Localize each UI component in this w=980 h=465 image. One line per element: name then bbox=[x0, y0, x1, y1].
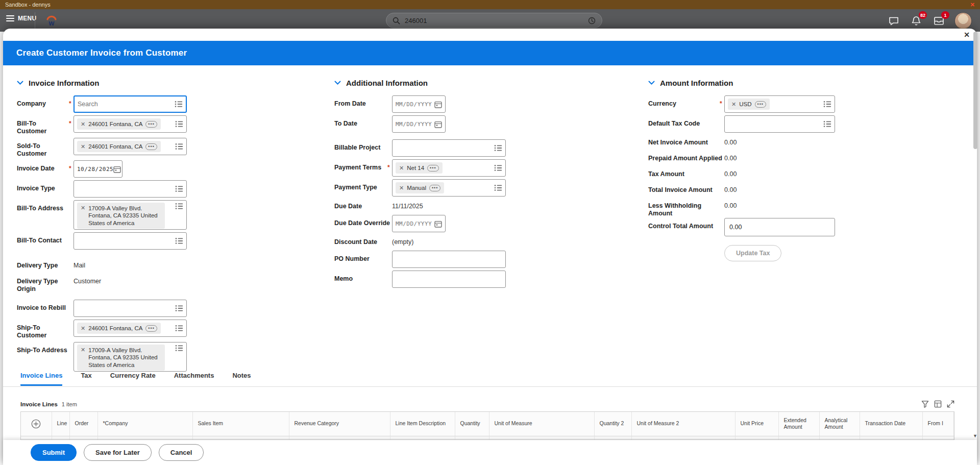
tab-tax[interactable]: Tax bbox=[81, 372, 91, 386]
prompt-list-icon[interactable] bbox=[175, 143, 183, 150]
calendar-icon[interactable] bbox=[113, 165, 121, 173]
default-tax-code-input[interactable] bbox=[724, 115, 835, 133]
related-actions-icon[interactable]: ••• bbox=[427, 165, 438, 172]
column-header[interactable]: Quantity 2 bbox=[594, 412, 631, 436]
prompt-list-icon[interactable] bbox=[494, 164, 502, 172]
remove-icon[interactable]: ✕ bbox=[81, 347, 85, 353]
column-header[interactable]: Line Item Description bbox=[390, 412, 455, 436]
global-search-input[interactable]: 246001 bbox=[386, 13, 602, 28]
bill-to-contact-input[interactable] bbox=[74, 232, 187, 250]
related-actions-icon[interactable]: ••• bbox=[145, 121, 157, 128]
prompt-list-icon[interactable] bbox=[823, 101, 831, 108]
update-tax-button[interactable]: Update Tax bbox=[724, 245, 781, 261]
calendar-icon[interactable] bbox=[434, 101, 442, 108]
remove-icon[interactable]: ✕ bbox=[81, 121, 85, 127]
remove-icon[interactable]: ✕ bbox=[399, 165, 404, 171]
chat-button[interactable] bbox=[887, 14, 900, 28]
related-actions-icon[interactable]: ••• bbox=[145, 143, 157, 150]
column-header[interactable]: Unit Price bbox=[735, 412, 778, 436]
ship-to-customer-input[interactable]: ✕246001 Fontana, CA••• bbox=[74, 320, 187, 337]
ship-to-address-input[interactable]: ✕17009-A Valley Blvd. Fontana, CA 92335 … bbox=[74, 342, 187, 372]
column-header[interactable]: Sales Item bbox=[192, 412, 289, 436]
prompt-list-icon[interactable] bbox=[175, 203, 183, 210]
related-actions-icon[interactable]: ••• bbox=[429, 185, 440, 191]
remove-icon[interactable]: ✕ bbox=[81, 205, 85, 211]
column-header[interactable]: *Company bbox=[97, 412, 192, 436]
vertical-scrollbar[interactable]: ▼ bbox=[973, 31, 978, 465]
to-date-input[interactable]: MM/DD/YYYY bbox=[392, 115, 446, 133]
scrollbar-down-arrow[interactable]: ▼ bbox=[973, 433, 977, 438]
sold-to-customer-input[interactable]: ✕246001 Fontana, CA••• bbox=[74, 138, 187, 155]
prompt-list-icon[interactable] bbox=[175, 325, 183, 332]
prompt-list-icon[interactable] bbox=[494, 184, 502, 191]
column-header[interactable]: Line bbox=[52, 412, 69, 436]
scrollbar-thumb[interactable] bbox=[973, 32, 977, 149]
column-header[interactable]: Quantity bbox=[455, 412, 489, 436]
tab-attachments[interactable]: Attachments bbox=[174, 372, 214, 386]
currency-input[interactable]: ✕USD••• bbox=[724, 95, 835, 113]
tab-currency-rate[interactable]: Currency Rate bbox=[110, 372, 156, 386]
notifications-button[interactable]: 82 bbox=[910, 14, 923, 28]
bill-to-address-input[interactable]: ✕17009-A Valley Blvd. Fontana, CA 92335 … bbox=[74, 200, 187, 230]
remove-icon[interactable]: ✕ bbox=[731, 101, 736, 107]
filter-icon[interactable] bbox=[921, 400, 929, 408]
prompt-list-icon[interactable] bbox=[175, 185, 183, 192]
memo-text-input[interactable] bbox=[396, 276, 502, 283]
modal-close-icon[interactable]: ✕ bbox=[964, 31, 970, 39]
company-input[interactable] bbox=[74, 95, 187, 113]
control-total-amount-input[interactable] bbox=[724, 218, 835, 236]
column-header[interactable]: Unit of Measure 2 bbox=[631, 412, 735, 436]
invoice-type-input[interactable] bbox=[74, 180, 187, 198]
po-number-text-input[interactable] bbox=[396, 256, 502, 263]
menu-button[interactable]: MENU bbox=[6, 15, 37, 22]
save-for-later-button[interactable]: Save for Later bbox=[84, 444, 152, 461]
submit-button[interactable]: Submit bbox=[31, 444, 77, 461]
remove-icon[interactable]: ✕ bbox=[81, 325, 85, 331]
prompt-list-icon[interactable] bbox=[175, 120, 183, 128]
chevron-down-icon[interactable] bbox=[17, 81, 23, 85]
search-history-icon[interactable] bbox=[588, 17, 596, 25]
tab-invoice-lines[interactable]: Invoice Lines bbox=[20, 372, 62, 386]
related-actions-icon[interactable]: ••• bbox=[145, 325, 157, 332]
inbox-button[interactable]: 1 bbox=[932, 14, 945, 28]
tab-notes[interactable]: Notes bbox=[232, 372, 251, 386]
prompt-list-icon[interactable] bbox=[175, 101, 183, 108]
column-header[interactable]: Unit of Measure bbox=[489, 412, 594, 436]
grid-view-icon[interactable] bbox=[934, 400, 942, 408]
column-header[interactable]: Order bbox=[69, 412, 97, 436]
column-header[interactable]: Revenue Category bbox=[289, 412, 390, 436]
column-header[interactable]: Analytical Amount bbox=[819, 412, 860, 436]
column-header[interactable]: Transaction Date bbox=[860, 412, 922, 436]
billable-project-input[interactable] bbox=[392, 139, 506, 157]
column-header[interactable]: From I bbox=[922, 412, 954, 436]
company-text-input[interactable] bbox=[78, 101, 175, 108]
payment-type-input[interactable]: ✕Manual••• bbox=[392, 179, 506, 197]
related-actions-icon[interactable]: ••• bbox=[755, 101, 766, 108]
chevron-down-icon[interactable] bbox=[648, 81, 655, 85]
invoice-date-input[interactable]: 10/28/2025 bbox=[74, 160, 122, 178]
bill-to-customer-input[interactable]: ✕246001 Fontana, CA••• bbox=[74, 115, 187, 133]
window-close-icon[interactable]: ✕ bbox=[970, 2, 975, 8]
from-date-input[interactable]: MM/DD/YYYY bbox=[392, 95, 446, 113]
workday-logo[interactable]: w bbox=[45, 13, 58, 27]
calendar-icon[interactable] bbox=[434, 120, 442, 128]
remove-icon[interactable]: ✕ bbox=[81, 143, 85, 150]
table-row[interactable] bbox=[21, 436, 954, 440]
remove-icon[interactable]: ✕ bbox=[399, 185, 404, 191]
cancel-button[interactable]: Cancel bbox=[159, 444, 204, 461]
due-date-override-input[interactable]: MM/DD/YYYY bbox=[392, 215, 446, 232]
prompt-list-icon[interactable] bbox=[823, 120, 831, 128]
prompt-list-icon[interactable] bbox=[175, 305, 183, 312]
calendar-icon[interactable] bbox=[434, 220, 442, 228]
add-row-button[interactable] bbox=[21, 412, 52, 436]
prompt-list-icon[interactable] bbox=[175, 345, 183, 352]
invoice-to-rebill-input[interactable] bbox=[74, 300, 187, 317]
prompt-list-icon[interactable] bbox=[175, 237, 183, 244]
po-number-input[interactable] bbox=[392, 251, 506, 268]
chevron-down-icon[interactable] bbox=[334, 81, 341, 85]
payment-terms-input[interactable]: ✕Net 14••• bbox=[392, 159, 506, 177]
memo-input[interactable] bbox=[392, 271, 506, 288]
column-header[interactable]: Extended Amount bbox=[778, 412, 819, 436]
prompt-list-icon[interactable] bbox=[494, 144, 502, 152]
expand-icon[interactable] bbox=[947, 400, 954, 408]
